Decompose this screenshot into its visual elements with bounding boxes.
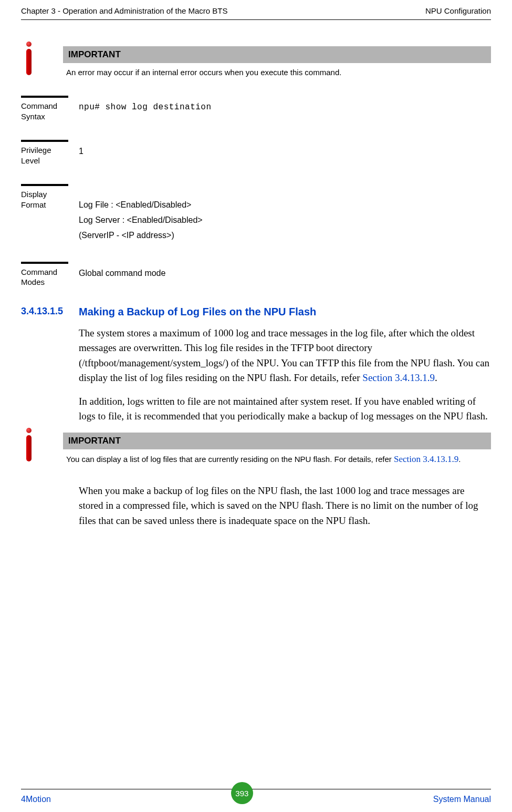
command-modes-value: Global command mode — [79, 262, 491, 281]
display-format-value: Log File : <Enabled/Disabled> Log Server… — [79, 184, 491, 243]
section-number: 3.4.13.1.5 — [21, 306, 79, 317]
important-title: IMPORTANT — [63, 46, 491, 63]
page-header: Chapter 3 - Operation and Administration… — [21, 0, 491, 20]
important-note-1: IMPORTANT An error may occur if an inter… — [21, 46, 491, 80]
command-modes-label: Command Modes — [21, 262, 68, 287]
command-modes-row: Command Modes Global command mode — [21, 262, 491, 287]
para1-text-b: . — [435, 372, 437, 383]
section-heading: 3.4.13.1.5 Making a Backup of Log Files … — [21, 306, 491, 318]
display-format-line2: Log Server : <Enabled/Disabled> — [79, 213, 491, 228]
header-right: NPU Configuration — [425, 6, 491, 15]
important-text: You can display a list of log files that… — [63, 449, 491, 468]
page-number: 393 — [231, 782, 253, 804]
paragraph-1: The system stores a maximum of 1000 log … — [79, 326, 491, 386]
important2-text-b: . — [458, 455, 461, 464]
important2-link[interactable]: Section 3.4.13.1.9 — [394, 454, 458, 464]
important-note-2: IMPORTANT You can display a list of log … — [21, 433, 491, 468]
paragraph-2: In addition, logs written to file are no… — [79, 394, 491, 424]
important-icon — [21, 46, 63, 75]
important2-text-a: You can display a list of log files that… — [66, 455, 394, 464]
important-title: IMPORTANT — [63, 433, 491, 449]
section-title: Making a Backup of Log Files on the NPU … — [79, 306, 316, 318]
footer-right: System Manual — [433, 795, 491, 804]
header-left: Chapter 3 - Operation and Administration… — [21, 6, 228, 15]
paragraph-3: When you make a backup of log files on t… — [79, 484, 491, 529]
privilege-level-label: Privilege Level — [21, 140, 68, 166]
privilege-level-value: 1 — [79, 140, 491, 159]
command-syntax-row: Command Syntax npu# show log destination — [21, 96, 491, 121]
command-syntax-value: npu# show log destination — [79, 96, 491, 115]
para1-link[interactable]: Section 3.4.13.1.9 — [362, 372, 435, 383]
display-format-label: Display Format — [21, 184, 68, 210]
privilege-level-row: Privilege Level 1 — [21, 140, 491, 166]
important-icon — [21, 433, 63, 461]
important-text: An error may occur if an internal error … — [63, 63, 491, 80]
display-format-line1: Log File : <Enabled/Disabled> — [79, 198, 491, 213]
footer-left: 4Motion — [21, 795, 51, 804]
command-syntax-label: Command Syntax — [21, 96, 68, 121]
display-format-line3: (ServerIP - <IP address>) — [79, 228, 491, 243]
page-footer: 4Motion 393 System Manual — [21, 789, 491, 804]
display-format-row: Display Format Log File : <Enabled/Disab… — [21, 184, 491, 243]
